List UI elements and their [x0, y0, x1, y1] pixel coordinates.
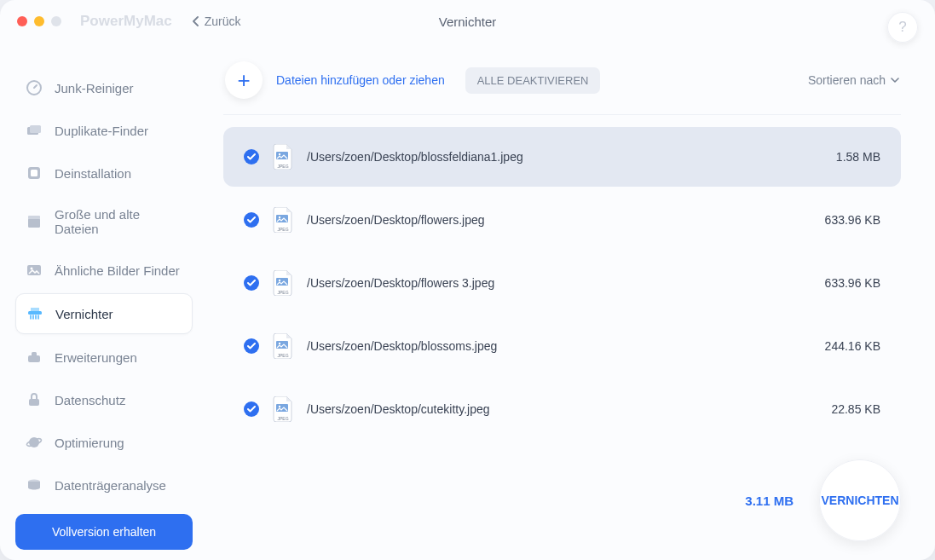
sort-label: Sortieren nach	[808, 73, 886, 87]
puzzle-icon	[26, 349, 43, 366]
file-checkbox[interactable]	[244, 338, 259, 354]
svg-rect-12	[29, 399, 39, 406]
sidebar-item-label: Datenträgeranalyse	[55, 478, 166, 493]
total-size: 3.11 MB	[745, 494, 794, 508]
file-size: 22.85 KB	[831, 402, 880, 416]
file-row[interactable]: JPEG/Users/zoen/Desktop/flowers.jpeg633.…	[223, 190, 901, 250]
sidebar-item-lock[interactable]: Datenschutz	[15, 380, 193, 419]
svg-text:JPEG: JPEG	[277, 227, 288, 232]
file-checkbox[interactable]	[244, 275, 259, 291]
file-row[interactable]: JPEG/Users/zoen/Desktop/blossfeldiana1.j…	[223, 127, 901, 187]
sidebar-nav: Junk-ReinigerDuplikate-FinderDeinstallat…	[15, 68, 193, 509]
svg-point-29	[279, 406, 280, 407]
jpeg-file-icon: JPEG	[273, 144, 293, 170]
close-window-button[interactable]	[17, 16, 27, 26]
deactivate-all-button[interactable]: ALLE DEAKTIVIEREN	[465, 67, 601, 94]
shredder-icon	[26, 305, 43, 322]
body: Junk-ReinigerDuplikate-FinderDeinstallat…	[0, 43, 935, 560]
gauge-icon	[26, 79, 43, 96]
app-title: PowerMyMac	[80, 13, 172, 30]
file-size: 633.96 KB	[825, 213, 880, 227]
sidebar-item-label: Duplikate-Finder	[55, 124, 148, 138]
sidebar-item-image[interactable]: Ähnliche Bilder Finder	[15, 251, 193, 290]
sidebar-item-label: Junk-Reiniger	[55, 81, 134, 95]
maximize-window-button[interactable]	[51, 16, 61, 26]
sidebar-item-label: Datenschutz	[55, 393, 125, 407]
sidebar-item-label: Große und alte Dateien	[55, 207, 182, 236]
svg-rect-6	[28, 216, 40, 219]
svg-rect-2	[30, 125, 41, 133]
svg-text:JPEG: JPEG	[277, 416, 288, 421]
svg-point-26	[279, 343, 280, 344]
file-path: /Users/zoen/Desktop/cutekitty.jpeg	[307, 402, 817, 416]
main-panel: + Dateien hinzufügen oder ziehen ALLE DE…	[208, 43, 935, 560]
full-version-button[interactable]: Vollversion erhalten	[15, 514, 193, 550]
toolbar: + Dateien hinzufügen oder ziehen ALLE DE…	[223, 58, 901, 115]
box-icon	[26, 213, 43, 230]
page-title: Vernichter	[439, 14, 497, 29]
file-path: /Users/zoen/Desktop/blossfeldiana1.jpeg	[307, 150, 822, 164]
sidebar-item-puzzle[interactable]: Erweiterungen	[15, 338, 193, 377]
sidebar-item-disk[interactable]: Datenträgeranalyse	[15, 465, 193, 505]
sidebar-item-label: Optimierung	[55, 436, 124, 450]
file-size: 244.16 KB	[825, 339, 880, 353]
back-label: Zurück	[205, 14, 241, 28]
svg-point-20	[279, 216, 280, 218]
sidebar-item-shredder[interactable]: Vernichter	[15, 293, 193, 334]
svg-rect-9	[28, 311, 42, 315]
footer: 3.11 MB VERNICHTEN	[745, 459, 901, 541]
svg-point-23	[279, 280, 280, 281]
traffic-lights	[17, 16, 61, 26]
disk-icon	[26, 476, 43, 494]
sort-dropdown[interactable]: Sortieren nach	[808, 73, 899, 87]
help-icon: ?	[898, 19, 906, 36]
svg-point-17	[279, 153, 280, 155]
sidebar-item-label: Erweiterungen	[55, 350, 137, 365]
sidebar-item-folders[interactable]: Duplikate-Finder	[15, 111, 193, 150]
file-checkbox[interactable]	[244, 401, 259, 417]
file-row[interactable]: JPEG/Users/zoen/Desktop/cutekitty.jpeg22…	[223, 379, 901, 439]
file-path: /Users/zoen/Desktop/flowers 3.jpeg	[307, 276, 811, 290]
minimize-window-button[interactable]	[34, 16, 44, 26]
svg-rect-10	[28, 355, 40, 362]
svg-text:JPEG: JPEG	[277, 164, 288, 169]
sidebar-item-label: Ähnliche Bilder Finder	[55, 263, 180, 278]
file-row[interactable]: JPEG/Users/zoen/Desktop/blossoms.jpeg244…	[223, 316, 901, 376]
file-size: 1.58 MB	[836, 150, 880, 164]
file-path: /Users/zoen/Desktop/flowers.jpeg	[307, 213, 811, 227]
image-icon	[26, 262, 43, 279]
chevron-down-icon	[891, 78, 899, 83]
file-size: 633.96 KB	[825, 276, 880, 290]
svg-rect-4	[31, 170, 38, 176]
svg-text:JPEG: JPEG	[277, 353, 288, 358]
shred-button[interactable]: VERNICHTEN	[819, 459, 901, 541]
sidebar: Junk-ReinigerDuplikate-FinderDeinstallat…	[0, 43, 208, 560]
sidebar-item-box[interactable]: Große und alte Dateien	[15, 196, 193, 247]
titlebar: PowerMyMac Zurück Vernichter ?	[0, 0, 935, 43]
add-files-hint[interactable]: Dateien hinzufügen oder ziehen	[276, 73, 445, 87]
plus-icon: +	[237, 67, 250, 94]
svg-rect-11	[32, 352, 37, 356]
jpeg-file-icon: JPEG	[273, 207, 293, 233]
jpeg-file-icon: JPEG	[273, 270, 293, 296]
file-checkbox[interactable]	[244, 149, 259, 165]
jpeg-file-icon: JPEG	[273, 396, 293, 422]
sidebar-item-label: Vernichter	[55, 307, 113, 321]
add-files-button[interactable]: +	[225, 61, 263, 99]
sidebar-item-label: Deinstallation	[55, 166, 131, 181]
svg-text:JPEG: JPEG	[277, 290, 288, 295]
back-button[interactable]: Zurück	[193, 14, 241, 28]
planet-icon	[26, 434, 43, 451]
app-icon	[26, 165, 43, 182]
help-button[interactable]: ?	[887, 12, 918, 43]
chevron-left-icon	[193, 16, 199, 26]
sidebar-item-app[interactable]: Deinstallation	[15, 153, 193, 193]
lock-icon	[26, 391, 43, 408]
file-path: /Users/zoen/Desktop/blossoms.jpeg	[307, 339, 811, 353]
app-window: PowerMyMac Zurück Vernichter ? Junk-Rein…	[0, 0, 935, 560]
folders-icon	[26, 122, 43, 139]
sidebar-item-planet[interactable]: Optimierung	[15, 423, 193, 462]
file-row[interactable]: JPEG/Users/zoen/Desktop/flowers 3.jpeg63…	[223, 253, 901, 313]
sidebar-item-gauge[interactable]: Junk-Reiniger	[15, 68, 193, 107]
file-checkbox[interactable]	[244, 212, 259, 228]
